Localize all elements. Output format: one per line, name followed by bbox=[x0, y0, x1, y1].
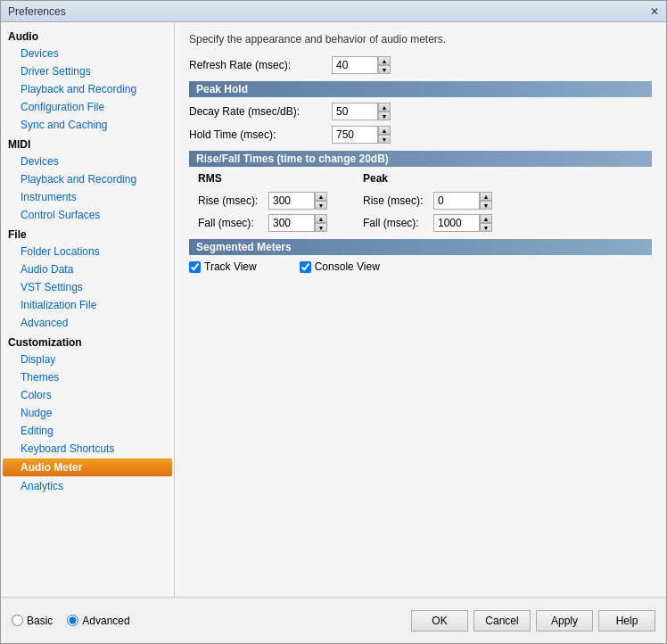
decay-rate-up[interactable]: ▲ bbox=[378, 103, 391, 111]
sidebar-item-themes[interactable]: Themes bbox=[1, 368, 174, 386]
peak-rise-input[interactable] bbox=[433, 192, 480, 210]
ok-button[interactable]: OK bbox=[411, 610, 468, 632]
rms-rise-input[interactable] bbox=[268, 192, 315, 210]
hold-time-down[interactable]: ▼ bbox=[378, 135, 391, 144]
hold-time-up[interactable]: ▲ bbox=[378, 126, 391, 135]
refresh-rate-input[interactable] bbox=[332, 56, 378, 74]
close-button[interactable]: ✕ bbox=[650, 5, 659, 18]
sidebar-item-shortcuts[interactable]: Keyboard Shortcuts bbox=[1, 440, 174, 458]
peak-fall-up[interactable]: ▲ bbox=[480, 214, 492, 223]
rms-rise-row: Rise (msec): ▲ ▼ bbox=[198, 192, 327, 210]
rise-fall-container: RMS Rise (msec): ▲ ▼ Fall (msec): bbox=[198, 172, 652, 232]
hold-time-row: Hold Time (msec): ▲ ▼ bbox=[189, 126, 652, 144]
peak-fall-down[interactable]: ▼ bbox=[480, 223, 492, 232]
sidebar-item-colors[interactable]: Colors bbox=[1, 386, 174, 404]
help-button[interactable]: Help bbox=[598, 610, 655, 632]
rms-fall-input[interactable] bbox=[268, 214, 315, 232]
sidebar-group-audio: Audio bbox=[1, 26, 174, 45]
sidebar-item-midi-playback[interactable]: Playback and Recording bbox=[1, 170, 174, 188]
sidebar-group-customization: Customization bbox=[1, 332, 174, 351]
sidebar-item-audio-driver[interactable]: Driver Settings bbox=[1, 62, 174, 80]
rms-fall-row: Fall (msec): ▲ ▼ bbox=[198, 214, 327, 232]
hold-time-input-wrap: ▲ ▼ bbox=[332, 126, 391, 144]
rms-label: RMS bbox=[198, 172, 327, 185]
action-buttons: OK Cancel Apply Help bbox=[411, 610, 655, 632]
segmented-meters-row: Track View Console View bbox=[189, 260, 652, 273]
refresh-rate-spinner: ▲ ▼ bbox=[378, 56, 391, 74]
sidebar-item-audio-playback[interactable]: Playback and Recording bbox=[1, 80, 174, 98]
title-bar: Preferences ✕ bbox=[1, 1, 666, 22]
console-view-checkbox[interactable] bbox=[300, 261, 311, 273]
advanced-radio[interactable] bbox=[67, 615, 78, 626]
sidebar-item-file-advanced[interactable]: Advanced bbox=[1, 314, 174, 332]
sidebar-item-audio-config[interactable]: Configuration File bbox=[1, 98, 174, 116]
decay-rate-input[interactable] bbox=[332, 103, 378, 120]
peak-fall-wrap: ▲ ▼ bbox=[433, 214, 492, 232]
panel-description: Specify the appearance and behavior of a… bbox=[189, 33, 652, 45]
sidebar-item-display[interactable]: Display bbox=[1, 351, 174, 368]
advanced-radio-option[interactable]: Advanced bbox=[67, 615, 129, 627]
decay-rate-spinner: ▲ ▼ bbox=[378, 103, 391, 120]
track-view-checkbox[interactable] bbox=[189, 261, 201, 273]
sidebar-item-analytics[interactable]: Analytics bbox=[1, 477, 174, 495]
rms-rise-spinner: ▲ ▼ bbox=[315, 192, 327, 210]
refresh-rate-down[interactable]: ▼ bbox=[378, 65, 391, 74]
hold-time-spinner: ▲ ▼ bbox=[378, 126, 391, 144]
refresh-rate-row: Refresh Rate (msec): ▲ ▼ bbox=[189, 56, 652, 74]
sidebar-item-midi-instruments[interactable]: Instruments bbox=[1, 188, 174, 206]
apply-button[interactable]: Apply bbox=[536, 610, 593, 632]
decay-rate-down[interactable]: ▼ bbox=[378, 111, 391, 120]
main-content: Audio Devices Driver Settings Playback a… bbox=[1, 22, 666, 597]
peak-fall-input[interactable] bbox=[433, 214, 480, 232]
peak-rise-wrap: ▲ ▼ bbox=[433, 192, 492, 210]
rms-fall-label: Fall (msec): bbox=[198, 217, 265, 229]
sidebar-list: Audio Devices Driver Settings Playback a… bbox=[1, 22, 174, 597]
cancel-button[interactable]: Cancel bbox=[473, 610, 531, 632]
sidebar-group-file: File bbox=[1, 224, 174, 243]
sidebar-item-audiometer[interactable]: Audio Meter bbox=[3, 458, 172, 476]
sidebar-item-audio-devices[interactable]: Devices bbox=[1, 45, 174, 62]
refresh-rate-input-wrap: ▲ ▼ bbox=[332, 56, 391, 74]
sidebar-item-midi-devices[interactable]: Devices bbox=[1, 153, 174, 170]
peak-fall-row: Fall (msec): ▲ ▼ bbox=[363, 214, 492, 232]
rms-fall-down[interactable]: ▼ bbox=[315, 223, 327, 232]
sidebar-item-file-init[interactable]: Initialization File bbox=[1, 296, 174, 314]
preferences-window: Preferences ✕ Audio Devices Driver Setti… bbox=[0, 0, 667, 644]
peak-rise-down[interactable]: ▼ bbox=[480, 201, 492, 210]
decay-rate-input-wrap: ▲ ▼ bbox=[332, 103, 391, 120]
peak-rise-spinner: ▲ ▼ bbox=[480, 192, 492, 210]
refresh-rate-up[interactable]: ▲ bbox=[378, 56, 391, 65]
sidebar-item-file-audio[interactable]: Audio Data bbox=[1, 260, 174, 278]
hold-time-input[interactable] bbox=[332, 126, 378, 144]
rms-fall-up[interactable]: ▲ bbox=[315, 214, 327, 223]
basic-radio-option[interactable]: Basic bbox=[12, 615, 53, 627]
sidebar-item-file-folders[interactable]: Folder Locations bbox=[1, 243, 174, 260]
decay-rate-label: Decay Rate (msec/dB): bbox=[189, 105, 332, 118]
sidebar-group-midi: MIDI bbox=[1, 134, 174, 153]
basic-radio[interactable] bbox=[12, 615, 23, 626]
sidebar-item-audio-sync[interactable]: Sync and Caching bbox=[1, 116, 174, 134]
mode-radio-group: Basic Advanced bbox=[12, 615, 411, 627]
peak-hold-header: Peak Hold bbox=[189, 81, 652, 97]
peak-label: Peak bbox=[363, 172, 492, 185]
segmented-meters-header: Segmented Meters bbox=[189, 239, 652, 255]
bottom-bar: Basic Advanced OK Cancel Apply Help bbox=[1, 597, 666, 643]
refresh-rate-label: Refresh Rate (msec): bbox=[189, 59, 332, 71]
sidebar: Audio Devices Driver Settings Playback a… bbox=[1, 22, 175, 597]
sidebar-item-file-vst[interactable]: VST Settings bbox=[1, 278, 174, 296]
sidebar-item-nudge[interactable]: Nudge bbox=[1, 404, 174, 422]
console-view-label: Console View bbox=[315, 260, 380, 273]
rms-rise-up[interactable]: ▲ bbox=[315, 192, 327, 201]
rms-group: RMS Rise (msec): ▲ ▼ Fall (msec): bbox=[198, 172, 327, 232]
track-view-label: Track View bbox=[204, 260, 257, 273]
peak-rise-up[interactable]: ▲ bbox=[480, 192, 492, 201]
peak-group: Peak Rise (msec): ▲ ▼ Fall (msec): bbox=[363, 172, 492, 232]
sidebar-item-editing[interactable]: Editing bbox=[1, 422, 174, 440]
right-panel: Specify the appearance and behavior of a… bbox=[175, 22, 666, 597]
rms-rise-down[interactable]: ▼ bbox=[315, 201, 327, 210]
advanced-label: Advanced bbox=[82, 615, 129, 627]
rms-fall-wrap: ▲ ▼ bbox=[268, 214, 327, 232]
peak-fall-spinner: ▲ ▼ bbox=[480, 214, 492, 232]
peak-rise-row: Rise (msec): ▲ ▼ bbox=[363, 192, 492, 210]
sidebar-item-midi-control[interactable]: Control Surfaces bbox=[1, 206, 174, 224]
